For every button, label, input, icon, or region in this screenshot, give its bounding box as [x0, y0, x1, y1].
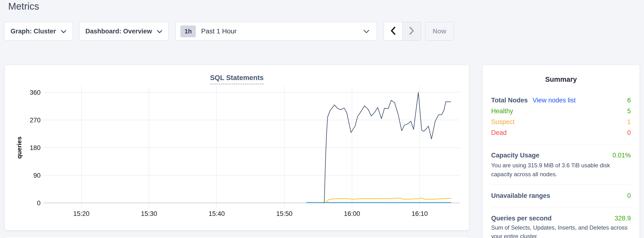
queries-per-second-label: Queries per second	[491, 215, 552, 222]
x-tick-label: 16:10	[412, 210, 428, 217]
dashboard-dropdown[interactable]: Dashboard: Overview	[79, 22, 169, 41]
summary-panel: Summary Total Nodes View nodes list 6 He…	[482, 65, 640, 238]
capacity-usage-row: Capacity Usage 0.01%	[491, 150, 631, 161]
x-tick-label: 15:20	[73, 210, 90, 217]
divider	[491, 184, 631, 185]
chevron-left-icon	[390, 26, 396, 36]
capacity-usage-description: You are using 315.9 MiB of 3.6 TiB usabl…	[491, 161, 631, 179]
divider	[491, 207, 631, 207]
unavailable-ranges-label: Unavailable ranges	[491, 192, 550, 199]
y-tick-label: 180	[30, 144, 40, 152]
graph-dropdown-label: Graph: Cluster	[10, 28, 56, 35]
summary-title: Summary	[491, 75, 631, 84]
queries-per-second-description: Sum of Selects, Updates, Inserts, and De…	[491, 223, 631, 238]
suspect-label: Suspect	[491, 118, 515, 126]
now-button[interactable]: Now	[425, 22, 454, 41]
x-tick-label: 15:50	[276, 210, 292, 217]
queries-per-second-row: Queries per second 328.9	[491, 213, 631, 224]
dead-nodes-row: Dead 0	[491, 128, 631, 138]
healthy-label: Healthy	[491, 107, 513, 115]
total-nodes-row: Total Nodes View nodes list 6	[491, 95, 631, 106]
next-chart-panel-partial	[4, 237, 469, 238]
capacity-usage-value: 0.01%	[612, 152, 631, 159]
chevron-right-icon	[409, 26, 414, 36]
chevron-down-icon	[157, 28, 162, 35]
dead-label: Dead	[491, 129, 507, 137]
chevron-down-icon	[363, 28, 370, 35]
metrics-page: { "page": { "title": "Metrics" }, "toolb…	[0, 0, 644, 238]
total-nodes-value: 6	[627, 97, 631, 104]
time-forward-button[interactable]	[402, 22, 421, 40]
y-tick-label: 360	[30, 89, 40, 96]
node-status-rows: Total Nodes View nodes list 6 Healthy 5 …	[491, 95, 631, 138]
capacity-usage-label: Capacity Usage	[491, 152, 540, 159]
time-range-label: Past 1 Hour	[201, 27, 236, 35]
total-nodes-label: Total Nodes	[491, 97, 528, 104]
dashboard-dropdown-label: Dashboard: Overview	[86, 28, 152, 35]
sql-statements-chart: 09018027036015:2015:3015:4015:5016:0016:…	[5, 65, 469, 230]
x-tick-label: 15:30	[141, 210, 157, 217]
time-back-button[interactable]	[384, 22, 402, 40]
y-axis-label: queries	[16, 137, 23, 159]
unavailable-ranges-value: 0	[627, 192, 631, 199]
healthy-value: 5	[627, 107, 631, 115]
divider	[491, 144, 631, 144]
queries-per-second-value: 328.9	[614, 215, 631, 222]
y-tick-label: 0	[37, 199, 40, 207]
chevron-down-icon	[61, 28, 66, 35]
time-nav-group	[384, 22, 421, 41]
y-tick-label: 270	[30, 116, 40, 124]
toolbar: Graph: Cluster Dashboard: Overview 1h Pa…	[4, 22, 454, 41]
time-range-badge: 1h	[180, 26, 196, 37]
unavailable-ranges-row: Unavailable ranges 0	[491, 190, 631, 201]
suspect-nodes-row: Suspect 1	[491, 116, 631, 128]
x-tick-label: 15:40	[208, 210, 225, 217]
y-tick-label: 90	[33, 172, 40, 179]
suspect-value: 1	[627, 118, 631, 126]
graph-dropdown[interactable]: Graph: Cluster	[4, 22, 73, 41]
page-title: Metrics	[8, 1, 39, 12]
dead-value: 0	[627, 129, 631, 137]
time-range-selector[interactable]: 1h Past 1 Hour	[176, 22, 377, 41]
x-tick-label: 16:00	[344, 210, 360, 217]
healthy-nodes-row: Healthy 5	[491, 106, 631, 116]
sql-statements-chart-panel: SQL Statements 09018027036015:2015:3015:…	[4, 65, 469, 230]
view-nodes-list-link[interactable]: View nodes list	[533, 97, 576, 104]
